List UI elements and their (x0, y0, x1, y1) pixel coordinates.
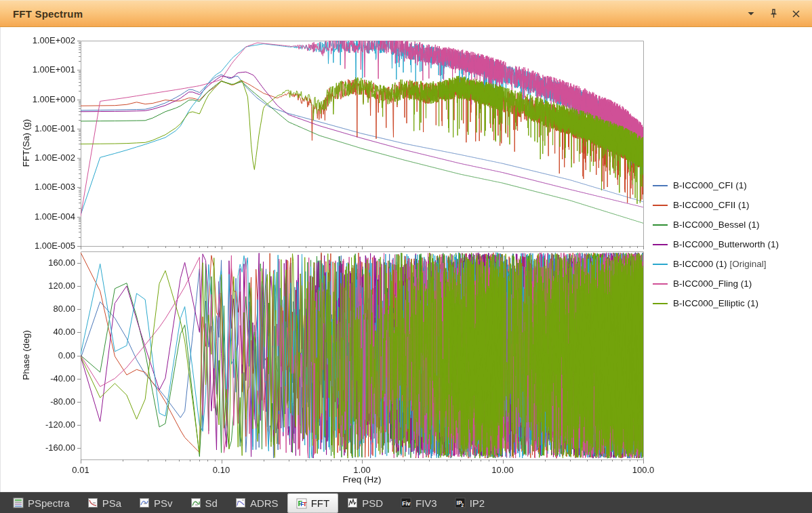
tab-ip2[interactable]: IP 2 IP2 (446, 493, 494, 513)
tab-psa[interactable]: PSa (79, 493, 130, 513)
legend-label: B-ICC000_Elliptic (1) (673, 298, 758, 308)
close-icon[interactable] (790, 8, 801, 19)
x-axis-title: Freq (Hz) (343, 474, 382, 485)
mag-ytick-label: 1.00E-004 (1, 211, 75, 222)
tab-pspectra[interactable]: PSpectra (4, 493, 79, 513)
phase-ytick-label: 80.00 (1, 304, 75, 314)
legend-item: B-ICC000_Fling (1) (653, 274, 779, 293)
legend-item: B-ICC000 (1)[Original] (653, 254, 779, 274)
legend-line-swatch (653, 264, 668, 265)
panel-title: FFT Spectrum (0, 8, 83, 20)
tab-sd-label: Sd (205, 497, 218, 509)
tab-psd[interactable]: PSD (338, 493, 392, 513)
tab-fiv3[interactable]: Fiv FIV3 (392, 493, 446, 513)
mag-ytick-label: 1.00E+002 (1, 35, 75, 45)
psa-icon (87, 497, 98, 508)
fft-spectrum-panel: FFT(Sa) (g) Phase (deg) Freq (Hz) 1.00E+… (0, 27, 812, 492)
legend-label: B-ICC000_Fling (1) (673, 279, 752, 289)
mag-ytick-label: 1.00E-003 (1, 182, 75, 192)
tab-fft-label: FFT (311, 497, 330, 509)
tab-psv-label: PSv (154, 497, 173, 509)
phase-ytick-label: -40.00 (1, 373, 75, 384)
mag-ytick-label: 1.00E-002 (1, 152, 75, 163)
x-tick-label: 1.00 (331, 465, 392, 475)
phase-ytick-label: -80.00 (1, 396, 75, 407)
tab-pspectra-label: PSpectra (28, 497, 70, 509)
mag-ytick-label: 1.00E+000 (1, 94, 75, 104)
legend-item: B-ICC000_Bessel (1) (653, 215, 779, 234)
tab-psd-label: PSD (362, 497, 383, 509)
legend-label: B-ICC000_CFI (1) (673, 180, 747, 190)
tab-sd[interactable]: Sd (182, 493, 226, 513)
legend-label: B-ICC000_CFII (1) (673, 200, 750, 210)
svg-text:2: 2 (461, 503, 464, 508)
tab-adrs[interactable]: ADRS (226, 493, 287, 513)
legend-label-suffix: [Original] (730, 259, 767, 269)
x-tick-label: 10.00 (472, 465, 533, 475)
legend-label: B-ICC000_Bessel (1) (673, 220, 760, 230)
tab-psv[interactable]: PSv (130, 493, 182, 513)
tab-fft[interactable]: F F T FFT (287, 493, 339, 513)
adrs-icon (235, 497, 246, 508)
x-tick-label: 100.0 (613, 465, 674, 475)
svg-text:T: T (303, 501, 307, 508)
legend-item: B-ICC000_CFI (1) (653, 176, 779, 195)
legend-line-swatch (653, 185, 668, 186)
panel-titlebar: FFT Spectrum (0, 0, 812, 27)
legend-line-swatch (653, 205, 668, 206)
legend-line-swatch (653, 303, 668, 304)
sd-icon (190, 497, 201, 508)
legend-item: B-ICC000_Butterworth (1) (653, 234, 779, 254)
fiv3-icon: Fiv (401, 497, 411, 508)
psd-icon (347, 497, 358, 508)
legend-line-swatch (653, 244, 668, 245)
pspectra-icon (13, 497, 24, 508)
tab-ip2-label: IP2 (470, 497, 485, 509)
legend-item: B-ICC000_CFII (1) (653, 195, 779, 215)
mag-ytick-label: 1.00E+001 (1, 64, 75, 75)
legend-line-swatch (653, 224, 668, 226)
tab-psa-label: PSa (102, 497, 121, 509)
phase-ytick-label: 40.00 (1, 327, 75, 337)
fft-icon: F F T (296, 498, 307, 509)
phase-ytick-label: 120.00 (1, 281, 75, 291)
phase-ytick-label: -120.00 (1, 419, 75, 430)
tab-adrs-label: ADRS (250, 497, 279, 509)
legend-line-swatch (653, 283, 668, 285)
phase-ytick-label: 160.00 (1, 258, 75, 268)
x-tick-label: 0.01 (50, 465, 111, 475)
ip2-icon: IP 2 (455, 497, 466, 508)
window-menu-chevron-down-icon[interactable] (746, 8, 756, 19)
mag-ytick-label: 1.00E-005 (1, 241, 75, 251)
svg-text:Fiv: Fiv (402, 500, 411, 507)
legend-label: B-ICC000_Butterworth (1) (673, 239, 779, 249)
phase-ytick-label: -160.00 (1, 443, 75, 453)
titlebar-controls (746, 8, 812, 19)
chart-legend: B-ICC000_CFI (1)B-ICC000_CFII (1)B-ICC00… (653, 176, 779, 313)
legend-label: B-ICC000 (1) (673, 259, 727, 269)
phase-ytick-label: 0.00 (1, 350, 75, 361)
mag-ytick-label: 1.00E-001 (1, 123, 75, 134)
x-tick-label: 0.10 (191, 465, 252, 475)
legend-item: B-ICC000_Elliptic (1) (653, 293, 779, 313)
result-tabs-bar: PSpectra PSa PSv Sd ADRS (0, 492, 812, 513)
auto-hide-pin-icon[interactable] (768, 8, 779, 19)
tab-fiv3-label: FIV3 (415, 497, 437, 509)
psv-icon (139, 497, 150, 508)
